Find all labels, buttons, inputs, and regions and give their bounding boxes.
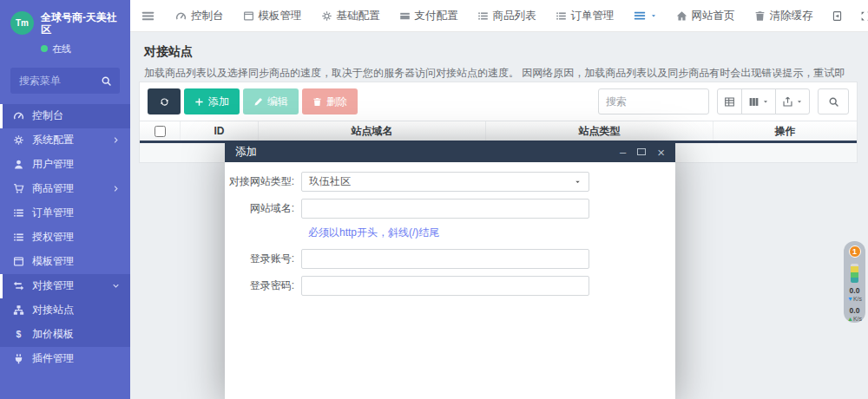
plus-icon	[194, 97, 204, 107]
window-icon	[243, 10, 254, 22]
search-icon	[101, 75, 112, 87]
columns-dropdown-button[interactable]	[741, 88, 776, 114]
nav-product-list[interactable]: 商品列表	[468, 0, 546, 31]
account-label: 登录账号:	[225, 252, 301, 266]
site-type-value: 玖伍社区	[309, 174, 351, 189]
fullscreen-button[interactable]	[852, 0, 868, 31]
page-refresh-button[interactable]	[823, 0, 852, 31]
form-row-domain: 网站域名:	[225, 199, 675, 219]
sidebar-item-label: 系统配置	[32, 133, 74, 147]
plugin-icon	[13, 353, 24, 364]
sidebar-item-label: 对接管理	[32, 278, 74, 293]
sidebar: Tm 全球号商-天美社区 在线 控制台 系统配置 用户管理 商品	[0, 0, 130, 399]
nav-label: 支付配置	[415, 9, 458, 23]
cart-icon	[13, 183, 24, 194]
search-toggle-button[interactable]	[818, 88, 849, 114]
edit-button[interactable]: 编辑	[243, 88, 299, 114]
user-icon	[13, 159, 24, 170]
select-all-cell	[140, 126, 180, 137]
add-button[interactable]: 添加	[184, 88, 240, 114]
refresh-icon	[160, 97, 169, 107]
sidebar-item-system-config[interactable]: 系统配置	[0, 128, 130, 153]
bars-icon	[634, 10, 646, 22]
nav-order-mgmt[interactable]: 订单管理	[546, 0, 624, 31]
account-input[interactable]	[301, 249, 589, 269]
sidebar-item-label: 模板管理	[32, 254, 74, 269]
sidebar-item-dashboard[interactable]: 控制台	[0, 104, 130, 128]
caret-down-icon	[762, 98, 769, 105]
sidebar-item-order-mgmt[interactable]: 订单管理	[0, 201, 130, 226]
sidebar-item-template-mgmt[interactable]: 模板管理	[0, 250, 130, 274]
doc-refresh-icon	[832, 10, 843, 22]
style-switcher-dropdown[interactable]	[624, 0, 667, 31]
pencil-icon	[253, 97, 263, 107]
caret-down-icon	[574, 178, 582, 186]
upload-speed: 0.0 ▲K/s	[847, 307, 862, 323]
window-icon	[13, 256, 24, 267]
download-speed: 0.0 ▼K/s	[847, 287, 862, 303]
column-header-domain[interactable]: 站点域名	[258, 121, 485, 141]
dialog-titlebar[interactable]: 添加 – ×	[225, 141, 675, 162]
nav-dashboard[interactable]: 控制台	[166, 0, 233, 31]
export-dropdown-button[interactable]	[775, 88, 810, 114]
net-speed-widget[interactable]: 1 0.0 ▼K/s 0.0 ▲K/s	[844, 241, 865, 323]
table-search-input[interactable]	[598, 88, 709, 114]
select-all-checkbox[interactable]	[155, 126, 166, 137]
nav-basic-config[interactable]: 基础配置	[312, 0, 390, 31]
column-header-id[interactable]: ID	[180, 121, 258, 141]
sidebar-menu: 控制台 系统配置 用户管理 商品管理 订单管理 授权管理 模板管理	[0, 104, 130, 371]
nav-site-home[interactable]: 网站首页	[667, 0, 745, 31]
minimize-icon[interactable]: –	[620, 147, 626, 158]
sidebar-item-label: 授权管理	[32, 230, 74, 245]
sidebar-item-dock-sites[interactable]: 对接站点	[0, 298, 130, 323]
site-type-select[interactable]: 玖伍社区	[301, 172, 589, 192]
chevron-down-icon	[112, 282, 120, 290]
online-dot	[41, 45, 48, 52]
sidebar-item-plugin-mgmt[interactable]: 插件管理	[0, 347, 130, 371]
sidebar-item-label: 加价模板	[32, 327, 74, 342]
nav-label: 基础配置	[337, 9, 380, 23]
dialog-title: 添加	[235, 145, 257, 160]
site-type-label: 对接网站类型:	[225, 174, 301, 189]
card-view-button[interactable]	[717, 88, 742, 114]
upload-speed-unit: ▲K/s	[847, 316, 862, 323]
dashboard-icon	[175, 10, 187, 22]
maximize-icon[interactable]	[637, 148, 646, 155]
dialog-body: 对接网站类型: 玖伍社区 网站域名: 必须以http开头，斜线(/)结尾 登录账…	[225, 162, 675, 296]
sidebar-toggle-button[interactable]	[130, 0, 166, 31]
sidebar-item-user-mgmt[interactable]: 用户管理	[0, 153, 130, 177]
close-icon[interactable]: ×	[657, 146, 665, 159]
refresh-button[interactable]	[148, 88, 181, 114]
caret-down-icon	[796, 98, 803, 105]
sidebar-item-product-mgmt[interactable]: 商品管理	[0, 177, 130, 201]
up-arrow-icon: ▲	[847, 316, 853, 322]
add-site-dialog: 添加 – × 对接网站类型: 玖伍社区 网站域名: 必须以http开头，斜线(/…	[225, 141, 675, 399]
trash-icon	[312, 97, 322, 107]
nav-clear-cache[interactable]: 清除缓存	[745, 0, 823, 31]
nav-payment-config[interactable]: 支付配置	[390, 0, 468, 31]
brand: Tm 全球号商-天美社区 在线	[0, 0, 130, 61]
table-header-row: ID 站点域名 站点类型 操作	[140, 121, 857, 143]
brand-logo-text: Tm	[16, 18, 29, 28]
expand-icon	[860, 10, 868, 22]
form-row-site-type: 对接网站类型: 玖伍社区	[225, 172, 675, 192]
nav-template-mgmt[interactable]: 模板管理	[233, 0, 312, 31]
add-button-label: 添加	[208, 95, 229, 109]
sidebar-item-auth-mgmt[interactable]: 授权管理	[0, 226, 130, 250]
password-input[interactable]	[301, 276, 589, 296]
delete-button[interactable]: 删除	[302, 88, 358, 114]
nav-label: 网站首页	[692, 9, 735, 23]
form-row-password: 登录密码:	[225, 276, 675, 296]
column-header-type[interactable]: 站点类型	[485, 121, 713, 141]
upload-speed-value: 0.0	[847, 307, 862, 316]
edit-button-label: 编辑	[267, 95, 288, 109]
sidebar-item-dock-mgmt[interactable]: 对接管理	[0, 274, 130, 298]
sitemap-icon	[13, 304, 24, 316]
domain-input[interactable]	[301, 199, 589, 219]
column-header-actions[interactable]: 操作	[713, 121, 857, 141]
export-icon	[782, 96, 793, 108]
table-toolbar: 添加 编辑 删除	[140, 82, 857, 121]
sidebar-item-markup-template[interactable]: 加价模板	[0, 323, 130, 347]
sidebar-item-label: 用户管理	[32, 157, 74, 172]
sidebar-item-label: 插件管理	[32, 351, 74, 366]
